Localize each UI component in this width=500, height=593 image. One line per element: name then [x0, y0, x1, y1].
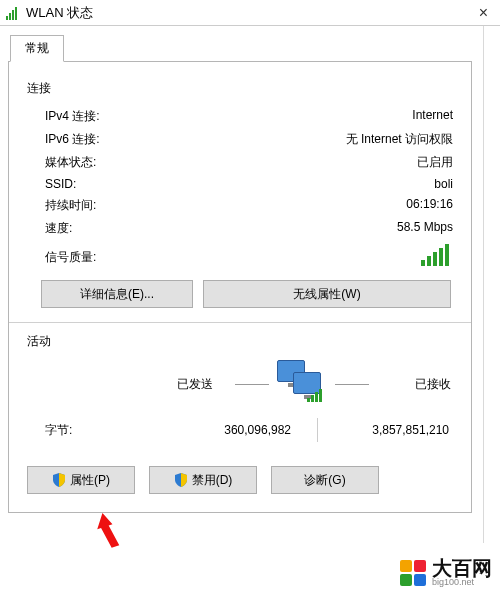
value-bytes-sent: 360,096,982	[155, 423, 291, 437]
label-duration: 持续时间:	[45, 197, 96, 214]
line-icon	[335, 384, 369, 385]
diagnose-button-label: 诊断(G)	[304, 472, 345, 489]
value-bytes-recv: 3,857,851,210	[344, 423, 453, 437]
label-media: 媒体状态:	[45, 154, 96, 171]
tab-panel: 连接 IPv4 连接: Internet IPv6 连接: 无 Internet…	[8, 61, 472, 513]
wireless-properties-button[interactable]: 无线属性(W)	[203, 280, 451, 308]
value-ssid: boli	[434, 177, 453, 191]
section-connection: 连接	[27, 80, 455, 97]
value-ipv4: Internet	[412, 108, 453, 125]
watermark: 大百网 big100.net	[400, 558, 492, 587]
row-duration: 持续时间: 06:19:16	[25, 194, 455, 217]
value-media: 已启用	[417, 154, 453, 171]
disable-button[interactable]: 禁用(D)	[149, 466, 257, 494]
value-speed: 58.5 Mbps	[397, 220, 453, 237]
label-received: 已接收	[415, 376, 451, 393]
activity-header: 已发送 已接收	[25, 358, 455, 408]
shield-icon	[52, 473, 66, 487]
diagnose-button[interactable]: 诊断(G)	[271, 466, 379, 494]
disable-button-label: 禁用(D)	[192, 472, 233, 489]
row-media: 媒体状态: 已启用	[25, 151, 455, 174]
label-speed: 速度:	[45, 220, 72, 237]
properties-button-label: 属性(P)	[70, 472, 110, 489]
properties-button[interactable]: 属性(P)	[27, 466, 135, 494]
watermark-url: big100.net	[432, 578, 492, 587]
wifi-icon	[6, 6, 20, 20]
network-monitors-icon	[277, 360, 327, 404]
divider	[9, 322, 471, 323]
tab-general[interactable]: 常规	[10, 35, 64, 62]
value-duration: 06:19:16	[406, 197, 453, 214]
label-ssid: SSID:	[45, 177, 76, 191]
row-ipv4: IPv4 连接: Internet	[25, 105, 455, 128]
label-signal: 信号质量:	[45, 249, 96, 266]
button-row-actions: 属性(P) 禁用(D) 诊断(G)	[27, 466, 455, 494]
section-activity: 活动	[27, 333, 455, 350]
row-speed: 速度: 58.5 Mbps	[25, 217, 455, 240]
divider	[483, 26, 484, 543]
dialog: 常规 连接 IPv4 连接: Internet IPv6 连接: 无 Inter…	[8, 34, 472, 513]
watermark-name: 大百网	[432, 558, 492, 578]
line-icon	[235, 384, 269, 385]
watermark-logo-icon	[400, 560, 426, 586]
label-ipv6: IPv6 连接:	[45, 131, 100, 148]
value-ipv6: 无 Internet 访问权限	[346, 131, 453, 148]
titlebar: WLAN 状态 ×	[0, 0, 500, 26]
signal-bars-icon	[421, 244, 449, 266]
details-button[interactable]: 详细信息(E)...	[41, 280, 193, 308]
annotation-arrow-icon	[96, 512, 120, 548]
button-row-connection: 详细信息(E)... 无线属性(W)	[41, 280, 455, 308]
row-signal: 信号质量:	[25, 240, 455, 270]
label-sent: 已发送	[177, 376, 213, 393]
close-button[interactable]: ×	[473, 4, 494, 22]
label-bytes: 字节:	[45, 422, 155, 439]
label-ipv4: IPv4 连接:	[45, 108, 100, 125]
window-title: WLAN 状态	[26, 4, 473, 22]
row-ipv6: IPv6 连接: 无 Internet 访问权限	[25, 128, 455, 151]
row-ssid: SSID: boli	[25, 174, 455, 194]
row-bytes: 字节: 360,096,982 3,857,851,210	[25, 408, 455, 446]
divider	[317, 418, 318, 442]
shield-icon	[174, 473, 188, 487]
